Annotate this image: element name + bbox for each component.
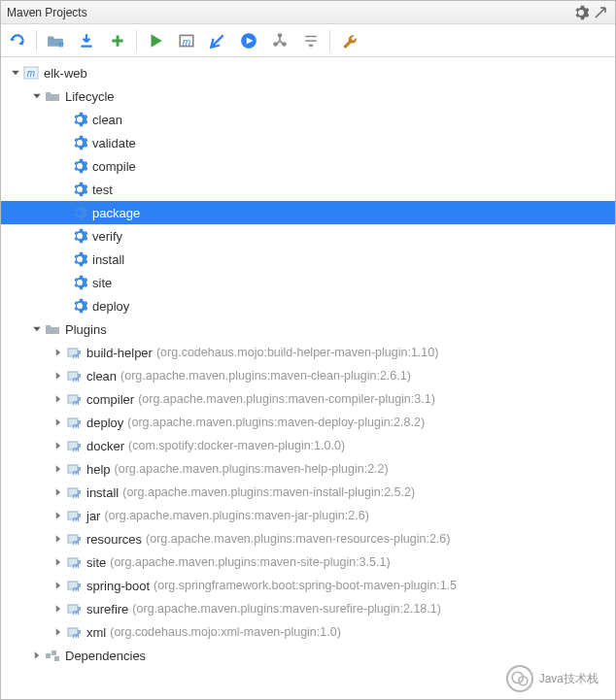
node-label: Plugins — [65, 322, 107, 337]
folder-icon — [44, 87, 61, 105]
wechat-icon — [506, 665, 533, 692]
plugin-icon — [65, 367, 83, 384]
plugin-icon — [65, 414, 83, 431]
expand-toggle[interactable] — [51, 625, 65, 639]
hide-button[interactable] — [592, 4, 609, 21]
node-label: clean — [92, 113, 122, 127]
spacer — [57, 136, 71, 150]
node-detail: (org.apache.maven.plugins:maven-install-… — [122, 485, 415, 499]
expand-toggle[interactable] — [51, 602, 65, 616]
maven-settings-button[interactable] — [338, 30, 359, 51]
expand-toggle[interactable] — [30, 322, 44, 336]
tree-node-goal[interactable]: clean — [1, 108, 615, 131]
gear-icon — [71, 227, 88, 245]
tree-node-plugin[interactable]: build-helper (org.codehaus.mojo:build-he… — [1, 341, 615, 364]
tree-node-lifecycle[interactable]: Lifecycle — [1, 84, 615, 108]
spacer — [57, 183, 71, 196]
tree-node-plugin[interactable]: deploy (org.apache.maven.plugins:maven-d… — [1, 411, 615, 434]
toggle-offline-button[interactable] — [238, 30, 259, 51]
tree-node-plugin[interactable]: help (org.apache.maven.plugins:maven-hel… — [1, 457, 615, 481]
dependencies-icon — [44, 647, 61, 664]
node-label: install — [86, 485, 119, 500]
node-label: site — [92, 276, 112, 290]
tree-node-project[interactable]: elk-web — [1, 61, 615, 84]
show-dependencies-button[interactable] — [269, 30, 291, 51]
panel-title: Maven Projects — [7, 6, 570, 19]
node-detail: (org.apache.maven.plugins:maven-compiler… — [138, 392, 435, 406]
node-label: elk-web — [44, 66, 87, 81]
tree-node-dependencies[interactable]: Dependencies — [1, 644, 615, 667]
generate-sources-button[interactable] — [45, 30, 66, 51]
tree-node-plugin[interactable]: spring-boot (org.springframework.boot:sp… — [1, 574, 615, 597]
tree-node-plugin[interactable]: surefire (org.apache.maven.plugins:maven… — [1, 597, 615, 620]
tree-node-goal[interactable]: deploy — [1, 294, 615, 317]
plugin-icon — [65, 507, 83, 524]
gear-icon — [71, 181, 88, 198]
plugin-icon — [65, 460, 83, 478]
expand-toggle[interactable] — [51, 346, 65, 359]
separator — [36, 30, 37, 51]
plugin-icon — [65, 577, 83, 594]
spacer — [57, 206, 71, 219]
run-button[interactable] — [145, 30, 166, 51]
expand-toggle[interactable] — [51, 555, 65, 569]
node-detail: (org.apache.maven.plugins:maven-deploy-p… — [127, 416, 425, 429]
download-sources-button[interactable] — [76, 30, 97, 51]
tree-node-plugin[interactable]: jar (org.apache.maven.plugins:maven-jar-… — [1, 504, 615, 527]
expand-toggle[interactable] — [51, 416, 65, 429]
watermark: Java技术栈 — [506, 665, 599, 692]
expand-toggle[interactable] — [51, 369, 65, 383]
tree-node-goal[interactable]: verify — [1, 224, 615, 248]
expand-toggle[interactable] — [51, 485, 65, 499]
gear-icon — [71, 111, 88, 128]
expand-toggle[interactable] — [9, 66, 22, 80]
gear-icon — [71, 250, 88, 268]
tree-node-plugin[interactable]: install (org.apache.maven.plugins:maven-… — [1, 481, 615, 504]
node-detail: (org.apache.maven.plugins:maven-resource… — [146, 532, 450, 546]
node-label: package — [92, 206, 140, 220]
tree-node-plugins[interactable]: Plugins — [1, 317, 615, 341]
tree-node-plugin[interactable]: compiler (org.apache.maven.plugins:maven… — [1, 387, 615, 411]
add-project-button[interactable] — [107, 30, 128, 51]
expand-toggle[interactable] — [30, 649, 44, 662]
tree-node-goal[interactable]: install — [1, 248, 615, 271]
separator — [136, 30, 137, 51]
tree-node-goal[interactable]: test — [1, 178, 615, 201]
node-label: compile — [92, 159, 136, 174]
expand-toggle[interactable] — [30, 89, 44, 103]
tree-node-goal[interactable]: site — [1, 271, 615, 294]
project-tree[interactable]: elk-web Lifecycle clean validate compile… — [1, 57, 615, 699]
node-label: docker — [86, 439, 124, 453]
tree-node-goal[interactable]: package — [1, 201, 615, 224]
node-label: deploy — [86, 416, 123, 430]
node-detail: (org.codehaus.mojo:xml-maven-plugin:1.0) — [110, 625, 341, 639]
tree-node-plugin[interactable]: xml (org.codehaus.mojo:xml-maven-plugin:… — [1, 620, 615, 644]
spacer — [57, 113, 71, 126]
expand-toggle[interactable] — [51, 532, 65, 546]
expand-toggle[interactable] — [51, 509, 65, 522]
expand-toggle[interactable] — [51, 439, 65, 452]
settings-button[interactable] — [572, 4, 590, 21]
node-label: verify — [92, 229, 122, 244]
toggle-skip-tests-button[interactable] — [207, 30, 228, 51]
tree-node-goal[interactable]: compile — [1, 154, 615, 178]
expand-toggle[interactable] — [51, 462, 65, 476]
node-detail: (org.apache.maven.plugins:maven-jar-plug… — [104, 509, 368, 522]
collapse-all-button[interactable] — [300, 30, 322, 51]
tree-node-goal[interactable]: validate — [1, 131, 615, 154]
gear-icon — [71, 274, 88, 291]
expand-toggle[interactable] — [51, 579, 65, 592]
tree-node-plugin[interactable]: resources (org.apache.maven.plugins:mave… — [1, 527, 615, 550]
panel-header: Maven Projects — [1, 1, 615, 24]
tree-node-plugin[interactable]: docker (com.spotify:docker-maven-plugin:… — [1, 434, 615, 457]
separator — [329, 30, 330, 51]
plugin-icon — [65, 483, 83, 501]
refresh-button[interactable] — [7, 30, 28, 51]
execute-goal-button[interactable] — [176, 30, 197, 51]
node-label: test — [92, 183, 113, 197]
tree-node-plugin[interactable]: site (org.apache.maven.plugins:maven-sit… — [1, 550, 615, 574]
tree-node-plugin[interactable]: clean (org.apache.maven.plugins:maven-cl… — [1, 364, 615, 387]
node-detail: (org.apache.maven.plugins:maven-clean-pl… — [120, 369, 411, 383]
spacer — [57, 252, 71, 266]
expand-toggle[interactable] — [51, 392, 65, 406]
